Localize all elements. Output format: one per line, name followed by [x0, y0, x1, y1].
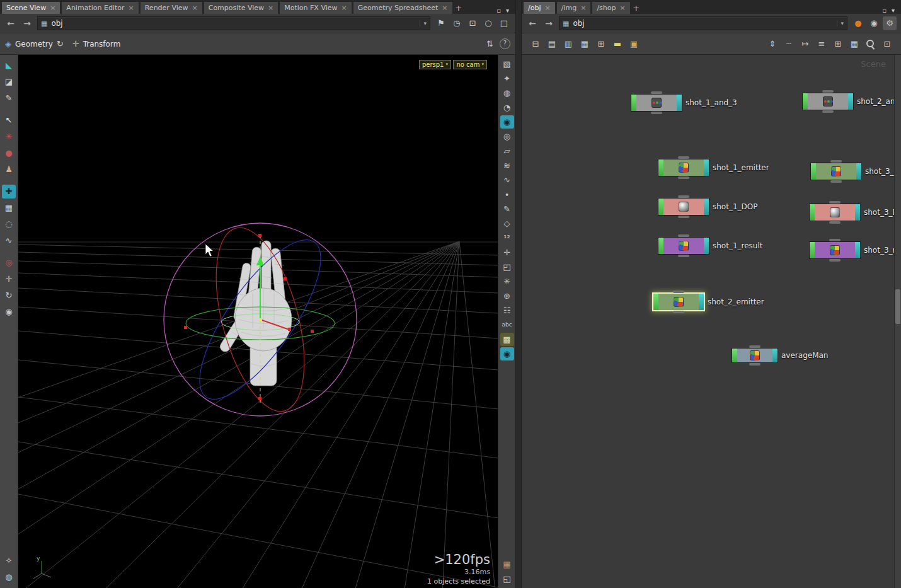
- corner-pin-icon[interactable]: ◰: [500, 260, 514, 274]
- tab-close-icon[interactable]: ×: [129, 4, 134, 11]
- path-dropdown[interactable]: ▦ obj ▾: [37, 16, 430, 30]
- back-button[interactable]: ←: [526, 17, 539, 30]
- image-plane-icon[interactable]: ▩: [500, 333, 514, 346]
- light-display-icon[interactable]: ◉: [500, 347, 514, 360]
- select-mask-icon[interactable]: ∿: [500, 173, 514, 187]
- tab-close-icon[interactable]: ×: [620, 4, 626, 11]
- sticky-note-icon[interactable]: ▬: [610, 37, 625, 51]
- render-flag[interactable]: [704, 159, 709, 176]
- dropdown-caret-icon[interactable]: ▾: [837, 20, 844, 26]
- tab-close-icon[interactable]: ×: [341, 4, 347, 11]
- new-tab-button[interactable]: +: [631, 2, 642, 14]
- render-flag[interactable]: [699, 294, 704, 310]
- display-flag[interactable]: [732, 349, 737, 362]
- sort-icon[interactable]: ⇅: [486, 39, 493, 49]
- node-shot_1_DOP[interactable]: shot_1_DOP: [658, 199, 709, 215]
- grid-display-icon[interactable]: ▦: [847, 37, 862, 51]
- display-flag[interactable]: [658, 159, 663, 176]
- uv-display-icon[interactable]: ◇: [500, 217, 514, 230]
- torus-tool-icon[interactable]: ◎: [2, 256, 16, 270]
- 3d-viewport[interactable]: y persp1 ▾ no cam ▾ >120fps: [18, 55, 498, 588]
- node-shot_1_and_3[interactable]: shot_1_and_3: [631, 95, 682, 111]
- render-flag[interactable]: [856, 163, 861, 180]
- stopwatch-icon[interactable]: ◷: [450, 16, 464, 30]
- display-flag[interactable]: [658, 199, 663, 215]
- flipbook-icon[interactable]: ✦: [500, 72, 514, 85]
- rotate-tool-icon[interactable]: ↻: [2, 289, 16, 303]
- render-flag[interactable]: [772, 349, 778, 362]
- snapshot-icon[interactable]: ⊡: [466, 16, 479, 30]
- render-flag[interactable]: [855, 204, 860, 221]
- tab-shop[interactable]: /shop×: [592, 1, 630, 14]
- handles-icon[interactable]: ✛: [500, 246, 514, 259]
- hand-model[interactable]: [218, 241, 292, 386]
- select-tool-icon[interactable]: ↖: [2, 113, 16, 127]
- snap-grid-icon[interactable]: ⊞: [830, 37, 846, 51]
- network-box-icon[interactable]: ▣: [626, 37, 641, 51]
- back-button[interactable]: ←: [4, 17, 17, 30]
- scrollbar-thumb[interactable]: [895, 289, 900, 324]
- display-flag[interactable]: [811, 163, 816, 180]
- pane-maximize-icon[interactable]: ▫: [882, 7, 887, 14]
- settings-gear-icon[interactable]: ⚙: [883, 16, 897, 30]
- search-icon[interactable]: [863, 37, 878, 51]
- floating-panel-icon[interactable]: ⊞: [594, 37, 609, 51]
- frame-all-icon[interactable]: ⊡: [880, 37, 895, 51]
- lamp-icon[interactable]: ◍: [500, 86, 514, 100]
- tab-close-icon[interactable]: ×: [442, 4, 447, 11]
- tab-close-icon[interactable]: ×: [268, 4, 273, 11]
- path-dropdown[interactable]: ▦ obj ▾: [559, 16, 847, 30]
- node-shot_1_emitter[interactable]: shot_1_emitter: [658, 159, 709, 176]
- pin-view-icon[interactable]: ◎: [500, 130, 514, 143]
- camera-badge[interactable]: persp1 ▾: [419, 60, 451, 69]
- display-flag[interactable]: [653, 294, 658, 310]
- node-body[interactable]: [658, 294, 699, 310]
- align-nodes-icon[interactable]: ↦: [798, 37, 813, 51]
- display-flag[interactable]: [631, 95, 636, 111]
- add-view-icon[interactable]: ⊕: [500, 289, 514, 303]
- tab-obj[interactable]: /obj×: [523, 1, 556, 14]
- display-flag[interactable]: [803, 93, 808, 110]
- tab-animation-editor[interactable]: Animation Editor×: [61, 1, 139, 14]
- normals-display-icon[interactable]: ✎: [500, 202, 514, 216]
- pose-tool-icon[interactable]: ✚: [2, 185, 16, 199]
- node-body[interactable]: [815, 242, 855, 258]
- pane-maximize-icon[interactable]: ▫: [496, 7, 501, 14]
- refresh-icon[interactable]: ↻: [57, 39, 64, 49]
- node-body[interactable]: [816, 163, 856, 180]
- tab-scene-view[interactable]: Scene View×: [1, 1, 60, 14]
- vertical-fit-icon[interactable]: ⇕: [765, 37, 780, 51]
- material-display-icon[interactable]: ☷: [500, 304, 514, 317]
- node-shot_3_em[interactable]: shot_3_em: [811, 163, 861, 180]
- rig-tool-icon[interactable]: ▦: [2, 201, 16, 215]
- scale-tool-icon[interactable]: ◉: [2, 305, 16, 319]
- translate-tool-icon[interactable]: ✛: [2, 272, 16, 286]
- grid-snap-icon[interactable]: ▦: [500, 558, 514, 571]
- network-view[interactable]: shot_1_and_3shot_2_andshot_1_emittershot…: [522, 55, 901, 588]
- distribute-nodes-icon[interactable]: ≡: [814, 37, 829, 51]
- tab-geometry-spreadsheet[interactable]: Geometry Spreadsheet×: [353, 1, 453, 14]
- node-body[interactable]: [636, 95, 677, 111]
- node-body[interactable]: [663, 199, 704, 215]
- tumble-icon[interactable]: ◔: [500, 101, 514, 114]
- globe-tool-icon[interactable]: ◍: [2, 570, 16, 584]
- point-marker-icon[interactable]: ∙: [500, 188, 514, 201]
- node-body[interactable]: [663, 159, 704, 176]
- tree-view-icon[interactable]: ⊟: [528, 37, 543, 51]
- node-body[interactable]: [815, 204, 855, 221]
- node-averageMan[interactable]: averageMan: [732, 349, 778, 362]
- eraser-tool-icon[interactable]: ◪: [2, 75, 16, 89]
- tab-close-icon[interactable]: ×: [544, 4, 550, 11]
- node-body[interactable]: [737, 349, 772, 362]
- forward-button[interactable]: →: [542, 17, 555, 30]
- tab-close-icon[interactable]: ×: [192, 4, 197, 11]
- text-overlay-icon[interactable]: abc: [500, 318, 514, 331]
- new-tab-button[interactable]: +: [453, 2, 464, 14]
- no-cam-badge[interactable]: no cam ▾: [453, 60, 487, 69]
- headlight-icon[interactable]: ◉: [500, 115, 514, 129]
- network-scrollbar[interactable]: [894, 55, 901, 588]
- dashed-link-icon[interactable]: ┄: [781, 37, 796, 51]
- dropdown-caret-icon[interactable]: ▾: [420, 20, 427, 26]
- node-shot_3_res[interactable]: shot_3_res: [810, 242, 860, 258]
- pin-icon[interactable]: ⚑: [434, 16, 448, 30]
